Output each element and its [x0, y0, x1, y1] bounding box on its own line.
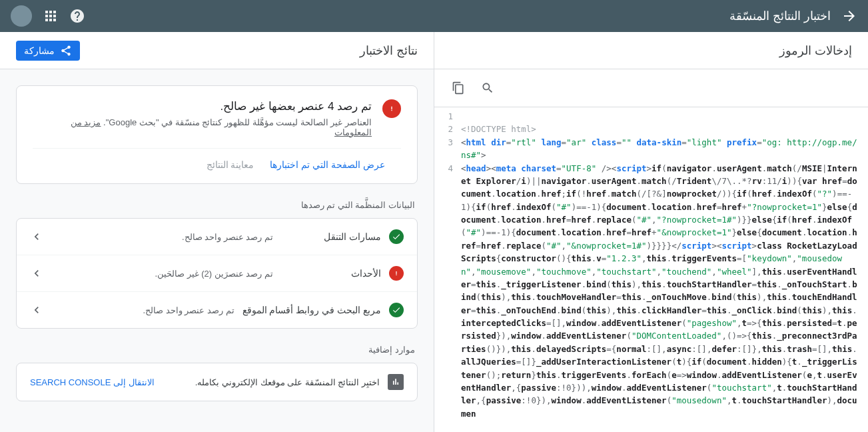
code-line: <html dir="rtl" lang="ar" class="" data-…: [461, 136, 868, 162]
detected-items-card: مسارات التنقلتم رصد عنصر واحد صالح.الأحد…: [16, 218, 418, 329]
search-icon: [481, 81, 494, 95]
error-icon: [389, 266, 404, 281]
back-arrow-icon[interactable]: [841, 8, 857, 24]
resources-card: اختبِر النتائج المنسّقة على موقعك الإلكت…: [16, 363, 418, 401]
topbar: اختبار النتائج المنسّقة: [0, 0, 868, 32]
list-item[interactable]: مسارات التنقلتم رصد عنصر واحد صالح.: [17, 219, 417, 255]
share-icon: [60, 45, 72, 57]
code-toolbar: [434, 69, 868, 107]
chevron-left-icon: [30, 267, 43, 280]
code-line: [461, 110, 868, 123]
code-pane-header: إدخالات الرموز: [434, 32, 868, 69]
app-title: اختبار النتائج المنسّقة: [729, 9, 831, 23]
main: إدخالات الرموز 1 2<!DOCTYPE html> 3<html…: [0, 32, 868, 432]
share-button[interactable]: مشاركة: [16, 41, 80, 61]
item-detail: تم رصد عنصر واحد صالح.: [43, 232, 273, 242]
apps-icon[interactable]: [43, 8, 59, 24]
resource-text: اختبِر النتائج المنسّقة على موقعك الإلكت…: [163, 377, 380, 387]
results-content: تم رصد 4 عنصر بعضها غير صالح. العناصر غي…: [0, 69, 434, 432]
resources-section-label: موارد إضافية: [19, 345, 415, 355]
copy-button[interactable]: [445, 75, 472, 101]
help-icon[interactable]: [69, 8, 85, 24]
item-detail: تم رصد عنصرَين (2) غير صالحَين.: [43, 269, 273, 279]
list-item[interactable]: مربع البحث في روابط أقسام الموقعتم رصد ع…: [17, 291, 417, 328]
code-line: <!DOCTYPE html>: [461, 123, 868, 135]
chevron-left-icon: [30, 303, 43, 317]
detected-section-label: البيانات المنظَّمة التي تم رصدها: [19, 200, 415, 210]
item-detail: تم رصد عنصر واحد صالح.: [43, 305, 234, 315]
summary-card: تم رصد 4 عنصر بعضها غير صالح. العناصر غي…: [16, 85, 418, 184]
results-header: نتائج الاختبار مشاركة: [0, 32, 434, 69]
share-label: مشاركة: [24, 45, 55, 56]
results-title: نتائج الاختبار: [360, 43, 418, 58]
list-item[interactable]: الأحداثتم رصد عنصرَين (2) غير صالحَين.: [17, 255, 417, 291]
summary-subtitle: العناصر غير الصالحة ليست مؤهَّلة للظهور …: [33, 117, 372, 137]
code-line: <head><meta charset="UTF-8" /><script>if…: [461, 162, 868, 421]
avatar[interactable]: [11, 5, 32, 27]
error-icon: [386, 103, 397, 114]
item-label: الأحداث: [281, 268, 381, 279]
results-pane: نتائج الاختبار مشاركة تم رصد 4 عنصر بعضه…: [0, 32, 434, 432]
copy-icon: [452, 81, 465, 95]
analytics-icon: [388, 374, 404, 390]
resource-row[interactable]: اختبِر النتائج المنسّقة على موقعك الإلكت…: [17, 363, 417, 401]
check-icon: [389, 229, 404, 244]
item-label: مسارات التنقل: [281, 231, 381, 242]
view-tested-page-button[interactable]: عرض الصفحة التي تم اختبارها: [270, 159, 385, 170]
summary-status-icon: [382, 99, 401, 118]
code-pane: إدخالات الرموز 1 2<!DOCTYPE html> 3<html…: [434, 32, 868, 432]
check-icon: [389, 303, 404, 317]
summary-title: تم رصد 4 عنصر بعضها غير صالح.: [33, 99, 372, 113]
search-console-link[interactable]: الانتقال إلى SEARCH CONSOLE: [30, 377, 155, 387]
preview-results-button: معاينة النتائج: [207, 159, 254, 170]
code-pane-title: إدخالات الرموز: [779, 43, 852, 58]
chevron-left-icon: [30, 230, 43, 243]
code-viewer[interactable]: 1 2<!DOCTYPE html> 3<html dir="rtl" lang…: [434, 107, 868, 432]
item-label: مربع البحث في روابط أقسام الموقع: [242, 305, 381, 315]
search-button[interactable]: [474, 75, 501, 101]
